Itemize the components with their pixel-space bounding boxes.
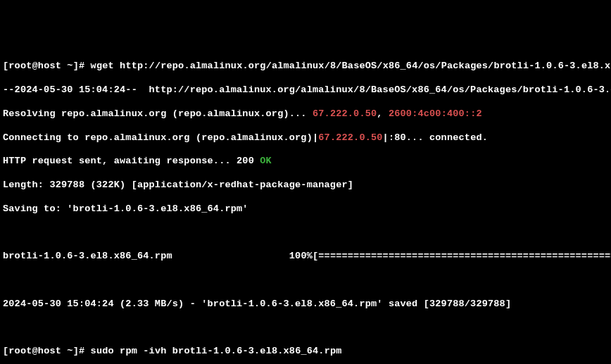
wget-progress: brotli-1.0.6-3.el8.x86_64.rpm 100%[=====…	[3, 251, 608, 263]
wget-length: Length: 329788 (322K) [application/x-red…	[3, 180, 608, 192]
http-ok: OK	[260, 156, 272, 166]
wget-timestamp: --2024-05-30 15:04:24-- http://repo.alma…	[3, 84, 608, 96]
terminal-output: [root@host ~]# wget http://repo.almalinu…	[3, 49, 608, 365]
blank-line	[3, 275, 608, 287]
wget-resolve: Resolving repo.almalinux.org (repo.almal…	[3, 108, 608, 120]
wget-http-status: HTTP request sent, awaiting response... …	[3, 156, 608, 168]
blank-line	[3, 227, 608, 239]
ipv6-address: 2600:4c00:400::2	[389, 108, 482, 119]
wget-command: wget http://repo.almalinux.org/almalinux…	[91, 61, 611, 71]
connect-ip: 67.222.0.50	[318, 132, 382, 143]
rpm-command: sudo rpm -ivh brotli-1.0.6-3.el8.x86_64.…	[91, 346, 342, 356]
wget-saved: 2024-05-30 15:04:24 (2.33 MB/s) - 'brotl…	[3, 299, 608, 310]
blank-line	[3, 322, 608, 334]
ipv4-address: 67.222.0.50	[313, 108, 377, 119]
prompt-line-wget[interactable]: [root@host ~]# wget http://repo.almalinu…	[3, 61, 608, 73]
wget-saving: Saving to: 'brotli-1.0.6-3.el8.x86_64.rp…	[3, 203, 608, 215]
prompt-line-rpm[interactable]: [root@host ~]# sudo rpm -ivh brotli-1.0.…	[3, 346, 608, 358]
wget-connect: Connecting to repo.almalinux.org (repo.a…	[3, 132, 608, 144]
